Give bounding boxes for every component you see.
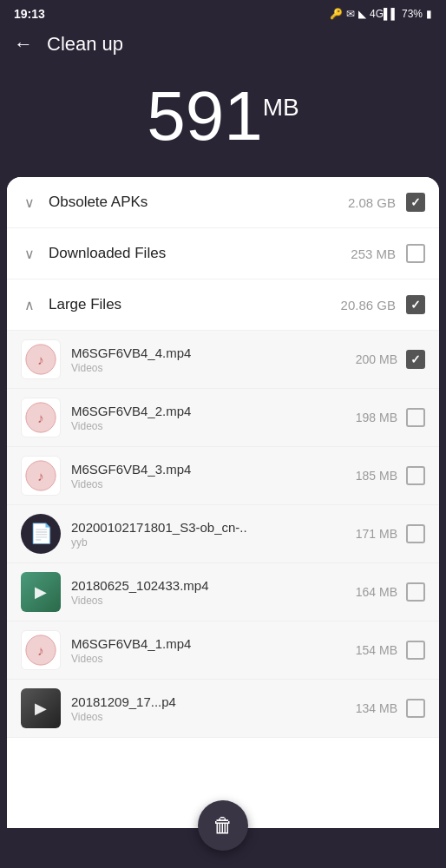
svg-text:♪: ♪	[37, 469, 44, 483]
file-thumbnail: ♪	[21, 630, 61, 670]
play-icon: ▶	[35, 699, 47, 718]
svg-text:♪: ♪	[37, 411, 44, 425]
file-name: 20181209_17...p4	[71, 694, 356, 709]
file-size: 134 MB	[356, 701, 397, 715]
file-checkbox[interactable]	[406, 524, 425, 543]
storage-display: 591MB	[0, 64, 446, 177]
status-icons: 🔑 ✉ ◣ 4G▌▌ 73% ▮	[330, 8, 432, 20]
delete-fab-button[interactable]: 🗑	[198, 800, 248, 851]
status-bar: 19:13 🔑 ✉ ◣ 4G▌▌ 73% ▮	[0, 0, 446, 24]
file-thumbnail: ♪	[21, 456, 61, 496]
section-large-files[interactable]: ∧ Large Files 20.86 GB	[7, 279, 439, 331]
chevron-icon-downloads: ∨	[21, 246, 38, 262]
chevron-icon-apks: ∨	[21, 194, 38, 211]
file-thumbnail: ▶	[21, 572, 61, 612]
file-thumbnail: ▶	[21, 688, 61, 728]
file-size: 164 MB	[356, 585, 397, 599]
section-obsolete-apks[interactable]: ∨ Obsolete APKs 2.08 GB	[7, 177, 439, 228]
file-thumbnail: ♪	[21, 398, 61, 437]
main-card: ∨ Obsolete APKs 2.08 GB ∨ Downloaded Fil…	[7, 177, 439, 828]
section-size-downloads: 253 MB	[351, 247, 396, 261]
key-icon: 🔑	[330, 8, 343, 20]
mail-icon: ✉	[346, 8, 355, 20]
battery-icon: ▮	[426, 8, 432, 20]
section-size-large: 20.86 GB	[341, 298, 396, 312]
file-name: M6SGF6VB4_1.mp4	[71, 636, 356, 651]
file-name: M6SGF6VB4_3.mp4	[71, 462, 356, 477]
checkbox-apks[interactable]	[406, 193, 425, 212]
signal-icon: 4G▌▌	[370, 8, 398, 20]
file-checkbox[interactable]	[406, 408, 425, 427]
file-category: Videos	[71, 653, 356, 665]
section-label-apks: Obsolete APKs	[49, 194, 348, 211]
checkbox-large[interactable]	[406, 295, 425, 314]
file-thumbnail: ♪	[21, 339, 61, 379]
list-item[interactable]: 📄 20200102171801_S3-ob_cn-.. yyb 171 MB	[7, 505, 439, 563]
battery-text: 73%	[402, 8, 423, 20]
location-icon: ◣	[358, 8, 366, 20]
back-button[interactable]: ←	[14, 33, 33, 56]
file-name: M6SGF6VB4_4.mp4	[71, 345, 356, 360]
file-size: 154 MB	[356, 643, 397, 657]
file-info: M6SGF6VB4_1.mp4 Videos	[71, 636, 356, 665]
list-item[interactable]: ▶ 20181209_17...p4 Videos 134 MB	[7, 680, 439, 738]
trash-icon: 🗑	[213, 813, 233, 838]
header: ← Clean up	[0, 24, 446, 64]
file-size: 185 MB	[356, 469, 397, 483]
svg-text:♪: ♪	[37, 352, 44, 367]
document-icon: 📄	[30, 523, 53, 545]
file-checkbox[interactable]	[406, 466, 425, 485]
list-item[interactable]: ♪ M6SGF6VB4_1.mp4 Videos 154 MB	[7, 621, 439, 680]
file-size: 171 MB	[356, 527, 397, 541]
file-category: yyb	[71, 536, 356, 549]
file-category: Videos	[71, 595, 356, 607]
file-name: 20200102171801_S3-ob_cn-..	[71, 520, 356, 535]
file-info: M6SGF6VB4_2.mp4 Videos	[71, 404, 356, 432]
page-title: Clean up	[47, 33, 123, 56]
file-name: M6SGF6VB4_2.mp4	[71, 404, 356, 418]
list-item[interactable]: ♪ M6SGF6VB4_4.mp4 Videos 200 MB	[7, 331, 439, 389]
file-checkbox[interactable]	[406, 699, 425, 718]
section-label-downloads: Downloaded Files	[49, 245, 351, 262]
file-checkbox[interactable]	[406, 641, 425, 660]
file-name: 20180625_102433.mp4	[71, 578, 356, 593]
file-info: 20181209_17...p4 Videos	[71, 694, 356, 723]
file-info: M6SGF6VB4_4.mp4 Videos	[71, 345, 356, 374]
play-icon: ▶	[35, 582, 47, 602]
section-downloaded-files[interactable]: ∨ Downloaded Files 253 MB	[7, 228, 439, 279]
chevron-icon-large: ∧	[21, 297, 38, 313]
file-category: Videos	[71, 362, 356, 374]
file-info: 20180625_102433.mp4 Videos	[71, 578, 356, 607]
status-time: 19:13	[14, 7, 45, 21]
file-thumbnail: 📄	[21, 514, 61, 554]
section-label-large: Large Files	[49, 296, 341, 313]
file-checkbox[interactable]	[406, 350, 425, 369]
file-checkbox[interactable]	[406, 582, 425, 602]
storage-amount: 591	[147, 77, 262, 155]
file-category: Videos	[71, 711, 356, 723]
file-category: Videos	[71, 420, 356, 432]
checkbox-downloads[interactable]	[406, 244, 425, 263]
section-size-apks: 2.08 GB	[348, 195, 396, 210]
list-item[interactable]: ▶ 20180625_102433.mp4 Videos 164 MB	[7, 563, 439, 621]
file-info: 20200102171801_S3-ob_cn-.. yyb	[71, 520, 356, 549]
storage-unit: MB	[263, 94, 299, 122]
file-size: 198 MB	[356, 411, 397, 424]
list-item[interactable]: ♪ M6SGF6VB4_2.mp4 Videos 198 MB	[7, 389, 439, 447]
svg-text:♪: ♪	[37, 643, 44, 658]
file-category: Videos	[71, 478, 356, 490]
file-info: M6SGF6VB4_3.mp4 Videos	[71, 462, 356, 490]
file-size: 200 MB	[356, 352, 397, 366]
list-item[interactable]: ♪ M6SGF6VB4_3.mp4 Videos 185 MB	[7, 447, 439, 505]
